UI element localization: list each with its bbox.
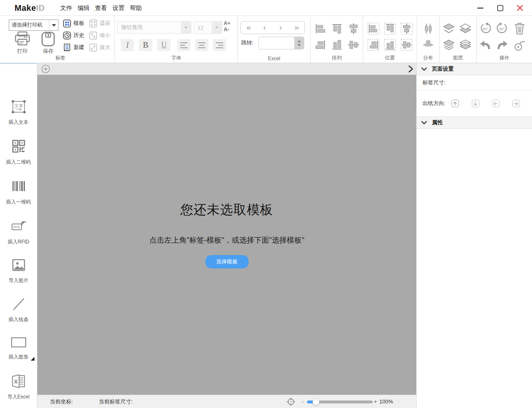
excel-next-button[interactable]: › (273, 22, 289, 34)
zoom-out-step-button[interactable]: - (302, 395, 303, 408)
excel-prev-button[interactable]: ‹ (257, 22, 273, 34)
zoom-in-label: 放大 (100, 44, 110, 51)
toolbar-group-excel: « ‹ › » 跳转: Excel (238, 16, 311, 63)
save-button[interactable]: 保存 (36, 31, 60, 55)
menu-edit[interactable]: 编辑 (78, 4, 90, 12)
insert-line-tool[interactable]: 插入线条 (0, 296, 37, 323)
font-bigger-button[interactable]: A+ (224, 20, 230, 27)
menu-view[interactable]: 查看 (95, 4, 107, 12)
menu-help[interactable]: 帮助 (130, 4, 142, 12)
position-right-button[interactable] (366, 38, 380, 52)
font-smaller-button[interactable]: A- (224, 27, 230, 33)
tool-sidebar: 文本 插入文本 插入二维码 (0, 63, 37, 408)
bold-button[interactable]: B (139, 39, 152, 51)
unlock-icon (513, 38, 526, 52)
layer-backward-button[interactable] (459, 22, 472, 35)
position-vcenter-button[interactable] (400, 38, 413, 52)
collapse-panel-button[interactable] (408, 65, 414, 73)
zoom-in-button[interactable]: 放大 (89, 42, 110, 52)
menu-settings[interactable]: 设置 (112, 4, 124, 12)
maximize-button[interactable] (494, 2, 506, 14)
paper-direction-left-button[interactable] (492, 100, 500, 107)
undo-icon (479, 39, 492, 51)
align-right-button[interactable] (213, 39, 226, 51)
arrange-align-vcenter-icon (347, 39, 360, 51)
arrange-align-hcenter-icon (347, 22, 360, 35)
position-left-button[interactable] (366, 22, 380, 35)
new-button[interactable]: 新建 (63, 42, 84, 52)
rotate-cw-button[interactable]: 90° (495, 22, 509, 35)
import-image-tool[interactable]: 导入图片 (0, 257, 37, 284)
redo-button[interactable] (495, 38, 509, 52)
align-left-button[interactable] (177, 39, 190, 51)
group-label-excel: Excel (238, 56, 310, 61)
position-vcenter-icon (400, 39, 413, 51)
arrow-right-icon (514, 101, 518, 106)
history-button[interactable]: 历史 (63, 30, 84, 40)
menu-file[interactable]: 文件 (60, 4, 72, 12)
page-setup-header[interactable]: 页面设置 (417, 63, 532, 75)
position-bottom-button[interactable] (383, 38, 397, 52)
print-button[interactable]: 打印 (10, 31, 34, 55)
jump-input[interactable] (259, 37, 304, 49)
insert-shape-tool[interactable]: 插入图形 (0, 335, 37, 361)
group-label-distribute: 分布 (417, 54, 439, 61)
locate-button[interactable] (286, 397, 295, 406)
excel-last-button[interactable]: » (289, 22, 305, 34)
import-excel-tool[interactable]: X 导入Excel (0, 373, 37, 401)
close-button[interactable] (514, 2, 526, 14)
underline-button[interactable]: U (157, 39, 171, 51)
chevron-down-icon (421, 67, 427, 71)
font-family-select[interactable]: 微软雅黑 (117, 21, 191, 34)
undo-button[interactable] (478, 38, 492, 52)
arrange-align-bottom-button[interactable] (330, 38, 344, 52)
template-button[interactable]: 模板 (63, 18, 84, 28)
empty-canvas-title: 您还未选取模板 (181, 201, 273, 219)
arrange-align-right-button[interactable] (313, 38, 327, 52)
paper-direction-down-button[interactable] (472, 100, 479, 107)
insert-rfid-tool[interactable]: RFID 插入RFID (0, 218, 37, 246)
position-hcenter-button[interactable] (400, 22, 413, 35)
font-family-arrow (181, 22, 191, 33)
printer-select[interactable]: 请选择打印机 (9, 20, 59, 31)
arrange-align-top-button[interactable] (330, 22, 344, 35)
zoom-slider-thumb[interactable] (312, 398, 320, 406)
printer-select-arrow[interactable] (49, 20, 58, 30)
arrange-align-vcenter-button[interactable] (347, 38, 360, 52)
minimize-button[interactable] (474, 2, 486, 14)
add-tab-button[interactable] (41, 64, 50, 74)
font-size-select[interactable]: 12 (194, 21, 222, 34)
paper-direction-right-button[interactable] (512, 100, 520, 107)
jump-input-field[interactable] (259, 37, 294, 49)
arrange-align-hcenter-button[interactable] (347, 22, 360, 35)
zoom-out-button[interactable]: 缩小 (89, 30, 110, 40)
insert-qrcode-tool[interactable]: 插入二维码 (0, 138, 37, 166)
arrange-align-left-button[interactable] (313, 22, 327, 35)
rotate-ccw-button[interactable]: 90° (478, 22, 492, 35)
fit-button[interactable]: 适应 (89, 18, 110, 28)
layer-to-front-button[interactable] (442, 38, 456, 52)
zoom-slider[interactable] (307, 401, 373, 403)
jump-spinner[interactable] (294, 37, 304, 49)
layer-backward-icon (459, 23, 472, 34)
distribute-v-button[interactable] (421, 38, 435, 52)
insert-barcode-tool[interactable]: 插入一维码 (0, 178, 37, 206)
align-center-button[interactable] (195, 39, 208, 51)
zoom-in-step-button[interactable]: + (374, 395, 377, 408)
position-top-button[interactable] (383, 22, 397, 35)
excel-first-button[interactable]: « (241, 22, 257, 34)
position-top-icon (384, 22, 396, 35)
properties-header[interactable]: 属性 (417, 117, 532, 129)
paper-direction-up-button[interactable] (451, 100, 459, 107)
shape-icon (10, 335, 28, 349)
insert-text-tool[interactable]: 文本 插入文本 (0, 99, 37, 126)
distribute-h-button[interactable] (421, 22, 435, 35)
italic-button[interactable]: I (121, 39, 134, 51)
arrange-align-top-icon (331, 22, 343, 35)
choose-template-button[interactable]: 选择模板 (205, 255, 249, 268)
unlock-button[interactable] (512, 38, 526, 52)
layer-to-back-button[interactable] (459, 38, 472, 52)
group-label-layer: 图层 (439, 54, 476, 61)
delete-button[interactable] (512, 22, 526, 35)
layer-forward-button[interactable] (442, 22, 456, 35)
